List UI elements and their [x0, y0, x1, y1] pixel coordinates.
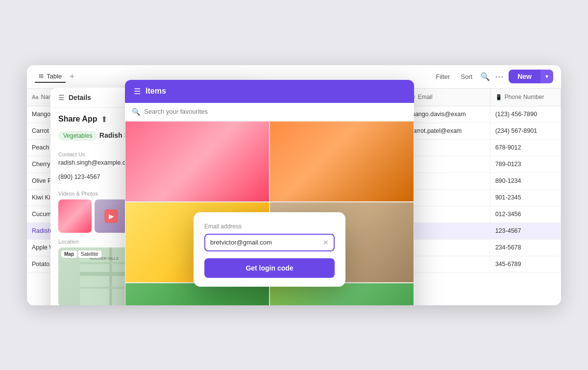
sort-button[interactable]: Sort	[458, 71, 475, 82]
main-table-card: ⊞ Table + Filter Sort 🔍 ··· New ▾ Aa Nam…	[27, 65, 561, 305]
col-header-phone: 📱 Phone Number	[490, 89, 561, 106]
email-dialog: Email address ✕ Get login code	[194, 212, 345, 287]
cell-email	[405, 206, 490, 222]
items-search-icon: 🔍	[132, 108, 140, 116]
filter-button[interactable]: Filter	[433, 71, 453, 82]
cell-email	[405, 140, 490, 156]
more-button[interactable]: ···	[495, 72, 504, 82]
map-button[interactable]: Map	[61, 250, 77, 258]
items-header-icon: ☰	[134, 87, 141, 96]
cell-phone: 234-5678	[490, 240, 561, 256]
email-input[interactable]	[210, 239, 323, 246]
play-overlay: ▶	[95, 199, 128, 233]
items-header-title: Items	[146, 87, 166, 96]
details-icon: ☰	[58, 94, 65, 101]
details-title: Details	[69, 94, 91, 101]
map-toggle: Map Satellite	[61, 250, 101, 258]
cell-phone: (234) 567-8901	[490, 123, 561, 139]
cell-email	[405, 156, 490, 173]
items-search-input[interactable]	[144, 108, 407, 115]
add-tab-button[interactable]: +	[70, 72, 75, 81]
share-app-label: Share App	[58, 115, 97, 123]
items-search: 🔍	[125, 103, 414, 121]
cell-phone: (123) 456-7890	[490, 106, 561, 123]
cell-email	[405, 173, 490, 189]
items-photo-carrots	[270, 121, 414, 202]
new-button[interactable]: New	[509, 70, 540, 83]
cell-email: carrot.patel@exam	[405, 123, 490, 139]
cell-email	[405, 223, 490, 239]
new-button-group: New ▾	[509, 70, 553, 83]
photo-thumb-video: ▶	[95, 199, 128, 233]
table-icon: ⊞	[39, 73, 44, 79]
search-button[interactable]: 🔍	[480, 72, 490, 81]
cell-email	[405, 190, 490, 206]
cell-phone: 345-6789	[490, 256, 561, 272]
cell-email: mango.davis@exam	[405, 106, 490, 123]
satellite-button[interactable]: Satellite	[78, 250, 101, 258]
phone-col-label: Phone Number	[505, 94, 544, 100]
cell-phone: 678-9012	[490, 140, 561, 156]
category-badge: Vegetables	[58, 131, 97, 141]
phone-col-icon: 📱	[495, 94, 502, 100]
get-login-code-button[interactable]: Get login code	[204, 258, 335, 278]
cell-email	[405, 256, 490, 272]
cell-phone: 901-2345	[490, 190, 561, 206]
cell-phone: 789-0123	[490, 156, 561, 173]
contact-phone: (890) 123-4567	[58, 173, 100, 180]
col-header-email: @ Email	[405, 89, 490, 106]
name-col-icon: Aa	[32, 94, 38, 100]
email-col-label: Email	[418, 94, 433, 100]
new-dropdown-button[interactable]: ▾	[540, 70, 553, 83]
cell-email	[405, 240, 490, 256]
cell-phone: 012-3456	[490, 206, 561, 222]
cell-phone: 123-4567	[490, 223, 561, 239]
email-input-row: ✕	[204, 234, 335, 251]
email-dialog-label: Email address	[204, 223, 335, 230]
photo-thumb-radish	[58, 199, 92, 233]
items-header: ☰ Items	[125, 80, 414, 103]
items-photo-radish	[125, 121, 270, 202]
table-tab[interactable]: ⊞ Table	[35, 71, 66, 83]
email-clear-button[interactable]: ✕	[323, 239, 329, 247]
cell-phone: 890-1234	[490, 173, 561, 189]
table-tab-label: Table	[47, 73, 62, 80]
header-actions: Filter Sort 🔍 ··· New ▾	[433, 70, 553, 83]
share-icon: ⬆	[101, 115, 107, 124]
play-button[interactable]: ▶	[104, 209, 118, 223]
